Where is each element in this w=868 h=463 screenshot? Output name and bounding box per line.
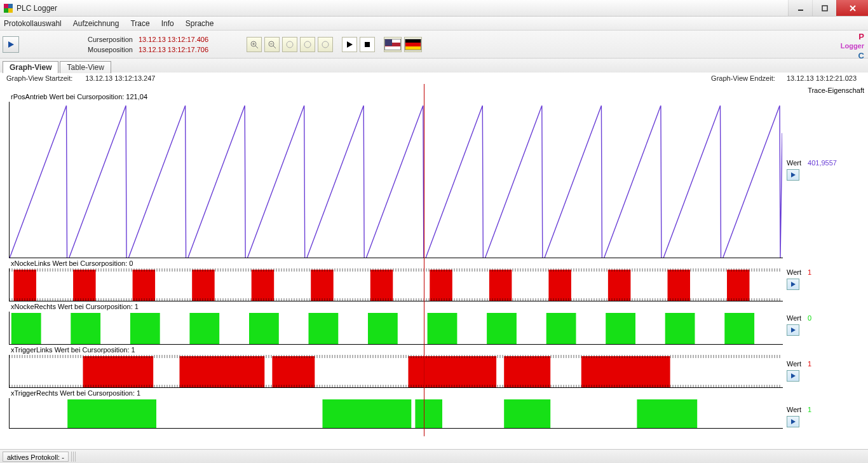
- statusbar: aktives Protokoll: -: [0, 449, 868, 463]
- svg-marker-1270: [791, 172, 796, 177]
- start-time-label: Graph-View Startzeit:: [6, 74, 72, 82]
- logo-p: P: [841, 32, 864, 41]
- titlebar: PLC Logger: [0, 0, 868, 17]
- svg-rect-639: [71, 313, 100, 345]
- svg-rect-18: [73, 270, 96, 301]
- play-icon[interactable]: [342, 37, 357, 52]
- maximize-button[interactable]: [812, 0, 836, 16]
- minimize-button[interactable]: [788, 0, 812, 16]
- svg-rect-645: [428, 313, 458, 345]
- svg-rect-27: [608, 270, 631, 301]
- tool-a-icon[interactable]: [282, 37, 297, 52]
- wert-value-4: 1: [808, 360, 811, 368]
- main-play-button[interactable]: [3, 36, 19, 53]
- view-tabs: Graph-View Table-View: [0, 59, 868, 73]
- side-panel: Trace-Eigenschaft Wert401,9557Wert1Wert0…: [783, 84, 868, 446]
- wert-label: Wert: [787, 360, 801, 368]
- stop-icon[interactable]: [360, 37, 375, 52]
- svg-line-10: [273, 46, 276, 48]
- tool-c-icon[interactable]: [318, 37, 333, 52]
- trace-property-label: Trace-Eigenschaft: [787, 86, 864, 94]
- chart-area[interactable]: rPosAntrieb Wert bei Cursorposition: 121…: [0, 84, 783, 446]
- svg-marker-4: [8, 41, 14, 48]
- svg-rect-16: [365, 42, 370, 47]
- timespan-info: Graph-View Startzeit: 13.12.13 13:12:13.…: [0, 73, 868, 84]
- chart-xnockerechts: xNockeRechts Wert bei Cursorposition: 1: [9, 312, 783, 345]
- svg-marker-1273: [791, 373, 796, 378]
- svg-rect-638: [11, 313, 41, 345]
- zoom-out-icon[interactable]: [264, 37, 280, 52]
- menu-protokollauswahl[interactable]: Protokollauswahl: [4, 19, 62, 28]
- svg-rect-23: [370, 270, 393, 301]
- chart4-label: xTriggerLinks Wert bei Cursorposition: 1: [11, 346, 135, 354]
- wert-value-5: 1: [808, 406, 811, 413]
- flag-de-icon: [405, 39, 421, 50]
- svg-rect-656: [581, 356, 670, 388]
- svg-rect-17: [14, 270, 37, 301]
- svg-point-14: [322, 41, 329, 48]
- wert-value-3: 0: [808, 314, 811, 322]
- tool-b-icon[interactable]: [300, 37, 315, 52]
- svg-rect-1265: [67, 399, 156, 429]
- cursor-pos-label: Curserposition: [88, 34, 139, 45]
- chart-xtriggerrechts: xTriggerRechts Wert bei Cursorposition: …: [9, 398, 783, 429]
- svg-marker-1274: [791, 419, 796, 424]
- svg-rect-642: [249, 313, 279, 345]
- wert-label: Wert: [787, 406, 801, 413]
- trace-play-4[interactable]: [787, 370, 799, 382]
- end-time-label: Graph-View Endzeit:: [711, 74, 775, 82]
- flag-us-icon: [384, 39, 401, 50]
- svg-marker-1271: [791, 282, 796, 287]
- trace-play-2[interactable]: [787, 279, 799, 290]
- svg-point-13: [304, 41, 311, 48]
- svg-rect-651: [83, 356, 154, 388]
- svg-rect-653: [272, 356, 315, 388]
- lang-en-button[interactable]: [384, 37, 402, 52]
- window-title: PLC Logger: [17, 4, 57, 13]
- wert-label: Wert: [787, 268, 801, 276]
- position-readout: Curserposition13.12.13 13:12:17.406 Mous…: [88, 34, 208, 55]
- svg-rect-20: [192, 270, 215, 301]
- end-time-value: 13.12.13 13:12:21.023: [787, 74, 857, 82]
- trace-play-1[interactable]: [787, 169, 799, 181]
- chart-rposantrieb: rPosAntrieb Wert bei Cursorposition: 121…: [9, 102, 783, 258]
- svg-rect-28: [668, 270, 691, 301]
- start-time-value: 13.12.13 13:12:13.247: [85, 74, 155, 82]
- trace-play-3[interactable]: [787, 324, 799, 336]
- lang-de-button[interactable]: [404, 37, 422, 52]
- svg-rect-1266: [323, 399, 412, 429]
- toolbar: Curserposition13.12.13 13:12:17.406 Mous…: [0, 31, 868, 59]
- menu-trace[interactable]: Trace: [130, 19, 149, 28]
- svg-point-12: [287, 41, 293, 48]
- svg-rect-21: [252, 270, 275, 301]
- tab-graph-view[interactable]: Graph-View: [3, 61, 58, 73]
- menu-aufzeichnung[interactable]: Aufzeichnung: [73, 19, 119, 28]
- zoom-in-icon[interactable]: [247, 37, 262, 52]
- chart2-label: xNockeLinks Wert bei Cursorposition: 0: [11, 259, 133, 267]
- logo-c: C: [841, 51, 864, 60]
- svg-rect-29: [727, 270, 750, 301]
- wert-label: Wert: [787, 314, 801, 322]
- svg-rect-640: [130, 313, 160, 345]
- trace-play-5[interactable]: [787, 416, 799, 427]
- mouse-pos-label: Mouseposition: [88, 45, 139, 55]
- chart-xtriggerlinks: xTriggerLinks Wert bei Cursorposition: 1: [9, 355, 783, 388]
- tab-table-view[interactable]: Table-View: [60, 61, 111, 73]
- wert-value-2: 1: [808, 268, 811, 276]
- status-gripper[interactable]: [71, 452, 76, 462]
- menu-info[interactable]: Info: [161, 19, 174, 28]
- menubar: Protokollauswahl Aufzeichnung Trace Info…: [0, 17, 868, 31]
- close-button[interactable]: [836, 0, 868, 16]
- svg-rect-644: [368, 313, 398, 345]
- svg-rect-22: [311, 270, 334, 301]
- svg-rect-643: [309, 313, 339, 345]
- cursor-line[interactable]: [424, 84, 424, 436]
- active-protocol: aktives Protokoll: -: [3, 452, 69, 462]
- svg-rect-646: [487, 313, 517, 345]
- menu-sprache[interactable]: Sprache: [186, 19, 214, 28]
- cursor-pos-value: 13.12.13 13:12:17.406: [139, 34, 208, 45]
- svg-rect-26: [548, 270, 571, 301]
- svg-rect-25: [489, 270, 512, 301]
- wert-label: Wert: [787, 159, 801, 167]
- mouse-pos-value: 13.12.13 13:12:17.706: [139, 45, 208, 55]
